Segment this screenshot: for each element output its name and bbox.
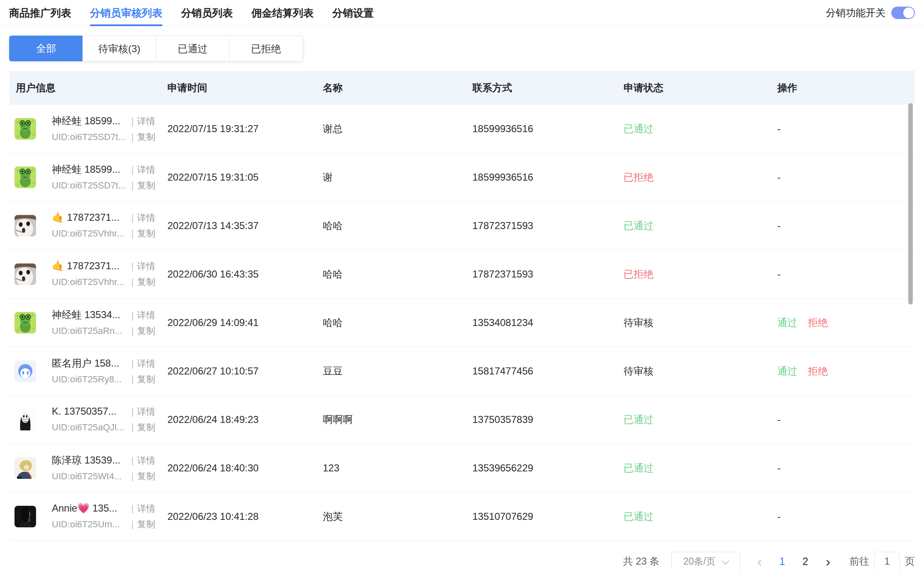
user-uid-line: UID:oi6T25Vhhr...|复制 [52,276,155,288]
detail-link[interactable]: |详情 [131,164,155,176]
distribution-admin-page: 商品推广列表分销员审核列表分销员列表佣金结算列表分销设置 分销功能开关 全部待审… [0,0,924,570]
filter-tab-2[interactable]: 待审核(3) [82,36,156,61]
copy-link[interactable]: |复制 [131,470,155,483]
no-operation-dash: - [777,268,781,280]
separator: | [131,471,134,481]
user-info-cell: K. 13750357...|详情UID:oi6T25aQJl...|复制 [9,406,161,434]
detail-link[interactable]: |详情 [131,502,155,515]
frog-avatar [15,312,36,333]
apply-time-cell: 2022/06/24 18:49:23 [161,414,316,425]
goto-page-input[interactable] [874,552,900,570]
operation-cell: 通过拒绝 [771,365,915,378]
apply-time-cell: 2022/07/15 19:31:05 [161,171,316,183]
reject-link[interactable]: 拒绝 [808,365,828,377]
copy-link[interactable]: |复制 [131,373,155,386]
user-text: 匿名用户 158...|详情UID:oi6T25Ry8...|复制 [52,357,155,386]
apply-time-cell: 2022/06/24 18:40:30 [161,462,316,474]
contact-cell: 17872371593 [466,268,617,280]
name-cell: 哈哈 [316,268,466,281]
no-operation-dash: - [777,220,781,231]
detail-link[interactable]: |详情 [131,309,155,321]
table-row: 🤙 17872371...|详情UID:oi6T25Vhhr...|复制2022… [9,250,915,299]
reject-link[interactable]: 拒绝 [808,317,828,328]
nav-tab-4[interactable]: 佣金结算列表 [252,0,314,26]
separator: | [131,406,134,417]
user-nickname: 匿名用户 158... [52,357,131,370]
separator: | [131,180,134,191]
filter-tab-1[interactable]: 全部 [9,36,83,61]
user-text: K. 13750357...|详情UID:oi6T25aQJl...|复制 [52,406,155,434]
user-name-line: Annie💗 135...|详情 [52,502,155,515]
detail-link-label: 详情 [137,116,155,126]
next-page-button[interactable]: › [826,554,830,568]
user-name-line: 神经蛙 13534...|详情 [52,308,155,321]
vertical-scrollbar[interactable] [908,103,913,304]
name-cell: 豆豆 [316,365,466,378]
copy-link[interactable]: |复制 [131,227,155,240]
copy-link[interactable]: |复制 [131,325,155,337]
page-number-1[interactable]: 1 [779,556,785,567]
table-row: 神经蛙 18599...|详情UID:oi6T25SD7t...|复制2022/… [9,153,915,202]
approve-link[interactable]: 通过 [777,317,797,328]
nav-tab-5[interactable]: 分销设置 [332,0,374,26]
status-cell: 已拒绝 [617,171,771,184]
detail-link[interactable]: |详情 [131,115,155,128]
nav-tab-2[interactable]: 分销员审核列表 [90,0,162,26]
detail-link[interactable]: |详情 [131,454,155,467]
anime-avatar [15,457,36,479]
user-nickname: 神经蛙 13534... [52,308,131,321]
user-name-line: 陈泽琼 13539...|详情 [52,454,155,467]
page-size-select[interactable]: 20条/页 [671,552,740,570]
separator: | [131,277,134,287]
user-name-line: 神经蛙 18599...|详情 [52,114,155,128]
contact-cell: 18599936516 [466,171,617,183]
operation-cell: - [771,220,915,232]
detail-link[interactable]: |详情 [131,260,155,273]
detail-link[interactable]: |详情 [131,357,155,370]
detail-link-label: 详情 [137,358,155,369]
prev-page-button[interactable]: ‹ [757,554,762,568]
operation-cell: - [771,511,915,522]
separator: | [131,374,134,384]
name-cell: 泡芙 [316,510,466,523]
frog-avatar [15,118,36,140]
copy-link-label: 复制 [137,519,155,529]
copy-link[interactable]: |复制 [131,131,155,143]
nav-tab-1[interactable]: 商品推广列表 [9,0,71,26]
filter-tab-3[interactable]: 已通过 [156,36,230,61]
status-cell: 已通过 [617,219,771,232]
detail-link-label: 详情 [137,261,155,271]
copy-link[interactable]: |复制 [131,421,155,434]
user-uid: UID:oi6T25aRn... [52,326,131,336]
detail-link[interactable]: |详情 [131,212,155,224]
copy-link[interactable]: |复制 [131,276,155,288]
operation-cell: 通过拒绝 [771,316,915,329]
toggle-knob-icon [903,7,914,18]
apply-time-cell: 2022/06/23 10:41:28 [161,511,316,522]
photo-avatar [15,506,36,527]
nav-tabs: 商品推广列表分销员审核列表分销员列表佣金结算列表分销设置 [9,0,392,26]
page-numbers: 12 [762,556,808,568]
page-number-2[interactable]: 2 [803,556,808,567]
user-uid-line: UID:oi6T25Ry8...|复制 [52,373,155,386]
cat-avatar [15,263,36,285]
copy-link[interactable]: |复制 [131,179,155,192]
user-name-line: 匿名用户 158...|详情 [52,357,155,370]
copy-link[interactable]: |复制 [131,518,155,531]
filter-tab-4[interactable]: 已拒绝 [229,36,303,61]
nav-tab-3[interactable]: 分销员列表 [181,0,233,26]
user-name-line: 🤙 17872371...|详情 [52,260,155,273]
chevron-down-icon [722,557,729,564]
user-nickname: K. 13750357... [52,406,131,417]
detail-link[interactable]: |详情 [131,406,155,418]
approve-link[interactable]: 通过 [777,365,797,377]
frog-avatar [15,167,36,188]
top-nav: 商品推广列表分销员审核列表分销员列表佣金结算列表分销设置 分销功能开关 [0,0,924,26]
feature-toggle-switch[interactable] [891,7,915,19]
name-cell: 啊啊啊 [316,413,466,426]
status-cell: 已通过 [617,413,771,426]
name-cell: 谢总 [316,122,466,135]
user-info-cell: 🤙 17872371...|详情UID:oi6T25Vhhr...|复制 [9,212,161,240]
column-header-2: 申请时间 [161,81,316,94]
user-info-cell: 神经蛙 18599...|详情UID:oi6T25SD7t...|复制 [9,163,161,192]
